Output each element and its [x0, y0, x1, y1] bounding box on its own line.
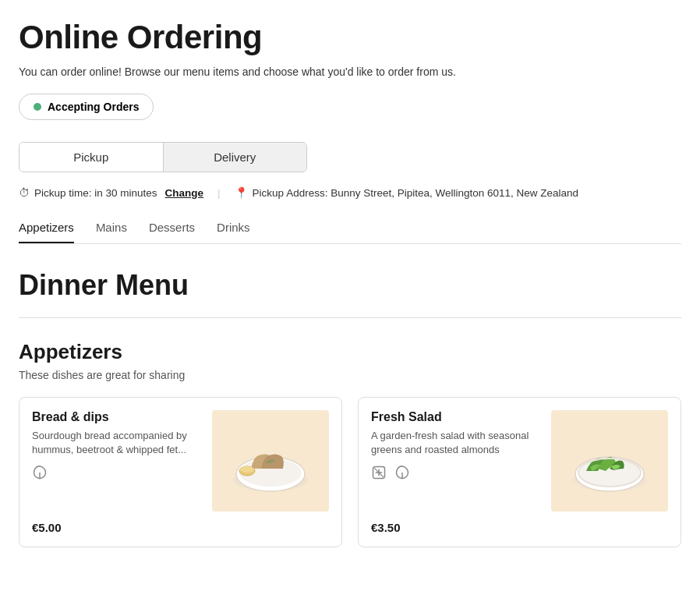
vegan-icon: [394, 465, 412, 482]
menu-tabs: Appetizers Mains Desserts Drinks: [19, 221, 681, 244]
page-subtitle: You can order online! Browse our menu it…: [19, 66, 681, 78]
menu-item-fresh-salad[interactable]: Fresh Salad A garden-fresh salad with se…: [358, 397, 681, 547]
section-divider: [19, 317, 681, 318]
card-bottom: €5.00: [32, 521, 329, 534]
item-name: Fresh Salad: [371, 410, 542, 424]
item-description: Sourdough bread accompanied by hummus, b…: [32, 429, 203, 457]
pickup-time-label: Pickup time: in 30 minutes: [34, 187, 157, 199]
tab-drinks[interactable]: Drinks: [217, 221, 250, 243]
item-price: €3.50: [371, 521, 668, 534]
tab-appetizers[interactable]: Appetizers: [19, 221, 74, 243]
menu-items-grid: Bread & dips Sourdough bread accompanied…: [19, 397, 681, 547]
bread-dips-svg: [224, 418, 317, 504]
location-icon: 📍: [235, 186, 248, 199]
no-gluten-icon: [371, 465, 388, 482]
menu-item-bread-dips[interactable]: Bread & dips Sourdough bread accompanied…: [19, 397, 342, 547]
item-image-bread-dips: [212, 410, 329, 512]
pickup-info-bar: ⏱ Pickup time: in 30 minutes Change | 📍 …: [19, 186, 681, 199]
section-title: Dinner Menu: [19, 269, 681, 302]
card-info: Bread & dips Sourdough bread accompanied…: [32, 410, 212, 490]
item-image-fresh-salad: [551, 410, 668, 512]
item-price: €5.00: [32, 521, 329, 534]
clock-icon: ⏱: [19, 186, 30, 199]
status-label: Accepting Orders: [48, 101, 139, 113]
card-top: Bread & dips Sourdough bread accompanied…: [32, 410, 329, 512]
pickup-address-label: Pickup Address: Bunny Street, Pipitea, W…: [253, 187, 579, 199]
delivery-tab[interactable]: Delivery: [164, 143, 307, 172]
item-name: Bread & dips: [32, 410, 203, 424]
item-description: A garden-fresh salad with seasonal green…: [371, 429, 542, 457]
tab-mains[interactable]: Mains: [96, 221, 127, 243]
category-title: Appetizers: [19, 340, 681, 364]
tab-desserts[interactable]: Desserts: [149, 221, 195, 243]
dietary-icons: [371, 465, 542, 482]
accepting-orders-button[interactable]: Accepting Orders: [19, 94, 154, 120]
card-bottom: €3.50: [371, 521, 668, 534]
order-type-selector: Pickup Delivery: [19, 142, 307, 172]
page-title: Online Ordering: [19, 19, 681, 56]
status-indicator: [34, 103, 41, 111]
card-info: Fresh Salad A garden-fresh salad with se…: [371, 410, 551, 490]
fresh-salad-svg: [563, 418, 656, 504]
leaf-icon: [32, 465, 49, 482]
pickup-tab[interactable]: Pickup: [19, 143, 164, 172]
change-time-link[interactable]: Change: [165, 187, 204, 199]
dietary-icons: [32, 465, 203, 482]
card-top: Fresh Salad A garden-fresh salad with se…: [371, 410, 668, 512]
category-subtitle: These dishes are great for sharing: [19, 369, 681, 381]
svg-point-5: [240, 466, 254, 473]
